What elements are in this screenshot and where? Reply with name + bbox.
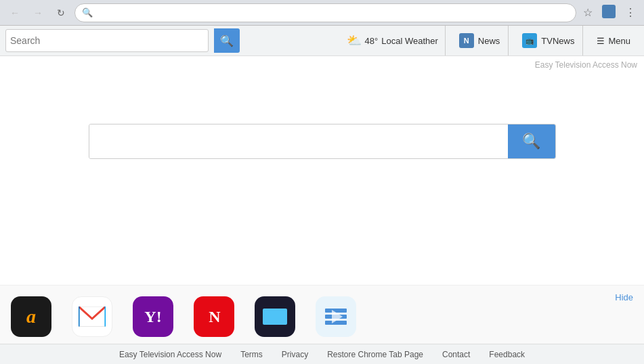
search-icon: 🔍 [220, 35, 234, 47]
toolbar: 🔍 ⛅ 48° Local Weather N News 📺 TVNews ☰ … [0, 26, 644, 56]
netflix-icon: N [194, 296, 234, 337]
quick-link-gmail[interactable] [72, 296, 112, 337]
footer: Easy Television Access Now Terms Privacy… [0, 344, 644, 364]
menu-button[interactable]: ☰ Menu [588, 26, 639, 55]
quick-link-amazon[interactable]: a [11, 296, 51, 337]
address-input[interactable] [97, 8, 569, 18]
center-search-box: 🔍 [89, 124, 556, 159]
menu-label: Menu [608, 36, 630, 46]
page-content: Easy Television Access Now 🔍 Hide a [0, 56, 644, 344]
footer-link-feedback[interactable]: Feedback [479, 350, 534, 359]
reload-button[interactable]: ↻ [51, 3, 70, 22]
tv-icon [255, 296, 295, 337]
toolbar-search-input[interactable] [10, 35, 204, 46]
center-search-input[interactable] [89, 124, 508, 158]
news-widget[interactable]: N News [451, 26, 509, 55]
quick-link-video[interactable] [316, 296, 356, 337]
hide-button[interactable]: Hide [615, 292, 633, 302]
footer-link-privacy[interactable]: Privacy [272, 350, 318, 359]
svg-rect-4 [325, 321, 347, 325]
toolbar-search-container [5, 29, 209, 52]
quick-link-netflix[interactable]: N [194, 296, 234, 337]
quick-link-yahoo[interactable]: Y! [133, 296, 173, 337]
news-label: News [478, 36, 500, 46]
back-button[interactable]: ← [5, 3, 24, 22]
gmail-icon [72, 296, 112, 337]
extension-button[interactable] [599, 2, 618, 24]
video-icon [316, 296, 356, 337]
weather-temp: 48° [365, 36, 379, 46]
quick-links-row: a Y! N [11, 296, 633, 337]
bookmark-button[interactable]: ☆ [580, 3, 595, 22]
quick-link-tv[interactable] [255, 296, 295, 337]
amazon-icon: a [11, 296, 51, 337]
tvnews-label: TVNews [541, 36, 574, 46]
news-icon: N [459, 33, 474, 48]
center-search-icon: 🔍 [522, 133, 540, 150]
svg-rect-2 [325, 309, 347, 313]
yahoo-icon: Y! [133, 296, 173, 337]
app-attribution: Easy Television Access Now [535, 60, 637, 70]
tvnews-widget[interactable]: 📺 TVNews [514, 26, 583, 55]
tvnews-icon: 📺 [522, 33, 537, 48]
footer-link-home[interactable]: Easy Television Access Now [110, 350, 231, 359]
browser-chrome: ← → ↻ 🔍 ☆ ⋮ [0, 0, 644, 26]
weather-label: Local Weather [381, 36, 438, 46]
center-search-area: 🔍 [0, 56, 644, 159]
footer-link-restore[interactable]: Restore Chrome Tab Page [318, 350, 433, 359]
toolbar-search-button[interactable]: 🔍 [214, 28, 240, 53]
more-options-button[interactable]: ⋮ [622, 3, 639, 22]
center-search-button[interactable]: 🔍 [508, 124, 555, 158]
footer-link-contact[interactable]: Contact [433, 350, 479, 359]
hamburger-icon: ☰ [597, 36, 605, 46]
weather-widget[interactable]: ⛅ 48° Local Weather [340, 26, 446, 55]
lock-icon: 🔍 [82, 7, 93, 18]
footer-link-terms[interactable]: Terms [231, 350, 272, 359]
forward-button[interactable]: → [28, 3, 47, 22]
address-bar: 🔍 [74, 3, 576, 22]
weather-icon: ⛅ [347, 33, 362, 48]
